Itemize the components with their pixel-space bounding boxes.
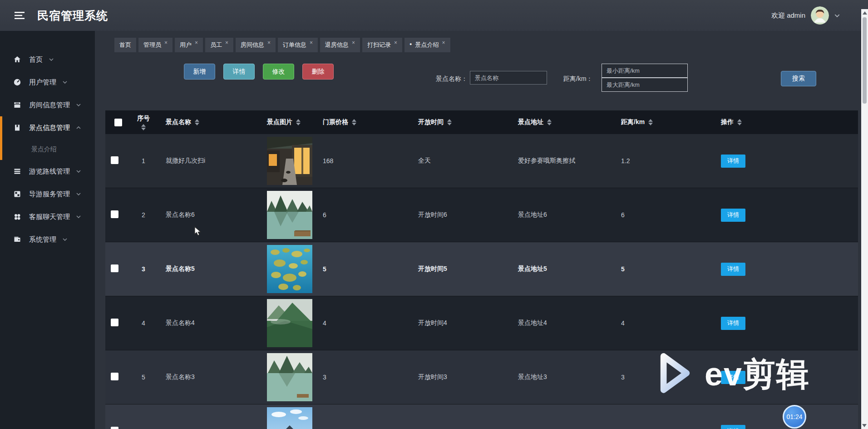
- cell-image: [262, 353, 319, 401]
- sidebar-item-room-info-mgmt[interactable]: 房间信息管理: [0, 94, 95, 116]
- row-detail-button[interactable]: 详情: [721, 425, 745, 429]
- tab-close-icon[interactable]: ×: [195, 40, 198, 45]
- action-buttons: 新增详情修改删除: [184, 64, 334, 80]
- column-header-index[interactable]: 序号: [129, 115, 158, 130]
- sidebar-item-system-mgmt[interactable]: 系统管理: [0, 228, 95, 251]
- row-checkbox[interactable]: [111, 156, 118, 164]
- search-button[interactable]: 搜索: [781, 71, 816, 86]
- row-select-cell: [105, 373, 129, 382]
- table-row: 2 景点名称6 6 开放时间6 景点地址6 6 详情: [105, 188, 858, 242]
- row-checkbox[interactable]: [111, 319, 118, 326]
- tab-close-icon[interactable]: ×: [352, 40, 355, 45]
- edit-button[interactable]: 修改: [263, 64, 294, 80]
- sort-carets-icon: [141, 124, 146, 130]
- scenic-photo: [267, 353, 312, 401]
- tab-label: 退房信息: [325, 41, 349, 49]
- row-checkbox[interactable]: [111, 427, 118, 429]
- min-distance-input[interactable]: [602, 64, 688, 78]
- tab-room-info[interactable]: 房间信息 ×: [236, 38, 276, 52]
- name-search-label: 景点名称：: [436, 75, 468, 83]
- tab-home[interactable]: 首页: [114, 38, 136, 52]
- cell-actions: 详情: [716, 209, 858, 222]
- app-title: 民宿管理系统: [37, 8, 108, 23]
- table-row: 1 就撒好几次扫i 168 全天 爱好参赛哦斯奥擦拭 1.2 详情: [105, 134, 858, 188]
- column-header-image[interactable]: 景点图片: [262, 118, 319, 126]
- user-menu-chevron-icon[interactable]: [834, 14, 840, 17]
- cell-index: 3: [129, 265, 158, 273]
- name-search-input[interactable]: [470, 71, 547, 85]
- tab-label: 景点介绍: [415, 41, 439, 49]
- row-detail-button[interactable]: 详情: [721, 263, 745, 276]
- sidebar-item-guide-service-mgmt[interactable]: 导游服务管理: [0, 183, 95, 205]
- tab-close-icon[interactable]: ×: [442, 40, 445, 45]
- sidebar-item-route-mgmt[interactable]: 游览路线管理: [0, 160, 95, 183]
- tab-order-info[interactable]: 订单信息 ×: [278, 38, 318, 52]
- row-detail-button[interactable]: 详情: [721, 209, 745, 222]
- sidebar-item-home[interactable]: 首页: [0, 48, 95, 71]
- tab-label: 员工: [210, 41, 222, 49]
- sidebar-item-label: 系统管理: [29, 235, 56, 244]
- cell-name: 景点名称3: [158, 373, 262, 381]
- row-checkbox[interactable]: [111, 210, 118, 218]
- sidebar-item-label: 首页: [29, 55, 43, 64]
- cell-actions: 详情: [716, 263, 858, 276]
- tab-admin[interactable]: 管理员 ×: [138, 38, 173, 52]
- row-checkbox[interactable]: [111, 373, 118, 380]
- tab-user[interactable]: 用户 ×: [175, 38, 203, 52]
- sidebar-item-chat-mgmt[interactable]: 客服聊天管理: [0, 205, 95, 228]
- tab-close-icon[interactable]: ×: [164, 40, 168, 45]
- sidebar-item-label: 客服聊天管理: [29, 213, 70, 221]
- route-icon: [13, 167, 22, 175]
- column-header-distance[interactable]: 距离/km: [616, 118, 716, 126]
- max-distance-input[interactable]: [602, 78, 688, 92]
- sidebar-item-scenic-info-mgmt[interactable]: 景点信息管理: [0, 116, 95, 139]
- scroll-down-arrow-icon[interactable]: [862, 424, 867, 427]
- tab-close-icon[interactable]: ×: [310, 40, 313, 45]
- sidebar-item-label: 游览路线管理: [29, 167, 70, 176]
- scroll-up-arrow-icon[interactable]: [863, 11, 867, 15]
- row-detail-button[interactable]: 详情: [721, 371, 745, 384]
- cell-image: [262, 407, 319, 429]
- cell-image: [262, 245, 319, 293]
- tab-label: 管理员: [143, 41, 161, 49]
- column-header-actions[interactable]: 操作: [716, 118, 858, 126]
- sort-carets-icon: [296, 119, 301, 125]
- add-button[interactable]: 新增: [184, 64, 215, 80]
- select-all-checkbox[interactable]: [105, 119, 129, 126]
- tab-staff[interactable]: 员工 ×: [205, 38, 233, 52]
- table-row: 4 景点名称4 4 开放时间4 景点地址4 4 详情: [105, 296, 858, 350]
- delete-button[interactable]: 删除: [302, 64, 334, 80]
- scrollbar-thumb[interactable]: [863, 17, 867, 104]
- table-header: 序号景点名称景点图片门票价格开放时间景点地址距离/km操作: [105, 110, 858, 134]
- row-select-cell: [105, 210, 129, 219]
- tab-checkout-info[interactable]: 退房信息 ×: [320, 38, 360, 52]
- column-header-open-time[interactable]: 开放时间: [414, 118, 514, 126]
- column-header-address[interactable]: 景点地址: [514, 118, 616, 126]
- cell-distance: 1.2: [616, 157, 716, 165]
- row-detail-button[interactable]: 详情: [721, 155, 745, 168]
- column-header-name[interactable]: 景点名称: [158, 118, 262, 126]
- cell-image: [262, 299, 319, 347]
- sort-carets-icon: [737, 119, 742, 125]
- tab-close-icon[interactable]: ×: [225, 40, 228, 45]
- sidebar-toggle-icon[interactable]: [15, 11, 25, 20]
- detail-button[interactable]: 详情: [223, 64, 255, 80]
- tab-cleaning-record[interactable]: 打扫记录 ×: [362, 38, 402, 52]
- system-icon: [13, 235, 22, 244]
- table-row: 3 景点名称5 5 开放时间5 景点地址5 5 详情: [105, 242, 858, 296]
- vertical-scrollbar[interactable]: [861, 9, 868, 429]
- sidebar-item-scenic-intro[interactable]: 景点介绍: [0, 139, 95, 160]
- sidebar-item-user-mgmt[interactable]: 用户管理: [0, 71, 95, 94]
- row-checkbox[interactable]: [111, 264, 118, 272]
- welcome-text: 欢迎 admin: [771, 11, 805, 20]
- tab-close-icon[interactable]: ×: [394, 40, 397, 45]
- home-icon: [13, 55, 22, 64]
- chat-icon: [13, 213, 22, 221]
- row-detail-button[interactable]: 详情: [721, 317, 745, 330]
- cell-price: 3: [319, 374, 414, 381]
- column-header-price[interactable]: 门票价格: [319, 118, 414, 126]
- tab-close-icon[interactable]: ×: [267, 40, 271, 45]
- chevron-down-icon: [63, 238, 67, 241]
- tab-scenic-intro[interactable]: ● 景点介绍 ×: [404, 38, 450, 52]
- user-avatar[interactable]: [811, 6, 829, 25]
